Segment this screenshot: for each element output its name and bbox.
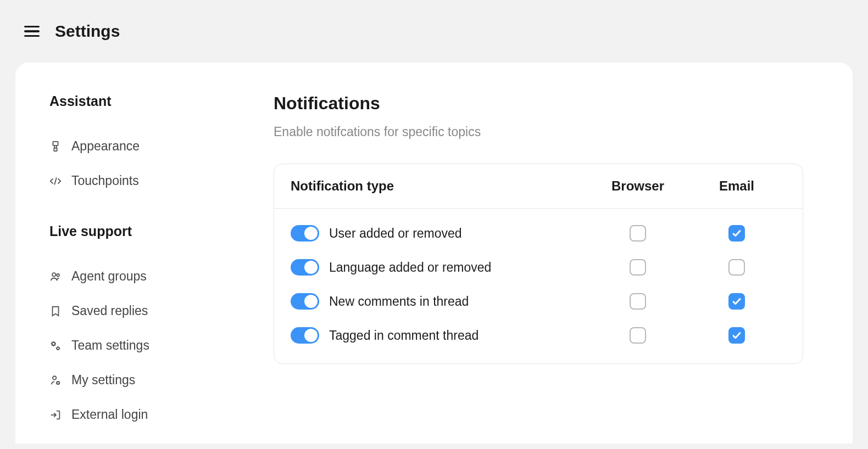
table-row-main: Tagged in comment thread	[291, 327, 588, 344]
notification-toggle[interactable]	[291, 225, 319, 242]
sidebar-item-label: Saved replies	[71, 304, 148, 318]
login-icon	[49, 409, 62, 421]
email-checkbox[interactable]	[728, 259, 745, 276]
email-checkbox[interactable]	[728, 327, 745, 344]
table-row-main: New comments in thread	[291, 293, 588, 310]
table-header: Notification type Browser Email	[274, 164, 803, 209]
content-title: Notifications	[274, 93, 803, 114]
notification-label: Language added or removed	[329, 260, 491, 275]
table-row-main: Language added or removed	[291, 259, 588, 276]
table-header-type: Notification type	[291, 178, 588, 194]
svg-point-8	[57, 381, 59, 384]
sidebar-item-label: Appearance	[71, 139, 140, 154]
notification-label: User added or removed	[329, 226, 462, 241]
svg-point-3	[52, 273, 55, 276]
sidebar-section-live-support: Live support Agent groups	[49, 223, 274, 432]
browser-column	[588, 259, 687, 276]
svg-point-7	[53, 376, 56, 379]
notification-toggle[interactable]	[291, 259, 319, 276]
paintbrush-icon	[49, 141, 62, 153]
sidebar-item-external-login[interactable]: External login	[49, 397, 274, 432]
svg-rect-1	[54, 148, 57, 151]
notification-label: Tagged in comment thread	[329, 328, 478, 343]
sidebar-section-title: Live support	[49, 223, 274, 239]
menu-icon[interactable]	[22, 24, 42, 40]
sidebar-item-appearance[interactable]: Appearance	[49, 129, 274, 164]
svg-point-6	[57, 347, 59, 350]
table-row: Tagged in comment thread	[291, 318, 786, 352]
browser-checkbox[interactable]	[630, 259, 646, 276]
browser-checkbox[interactable]	[630, 225, 646, 242]
sidebar-item-team-settings[interactable]: Team settings	[49, 328, 274, 363]
svg-line-2	[54, 177, 57, 184]
email-checkbox[interactable]	[728, 225, 745, 242]
main-card: Assistant Appearance	[15, 63, 853, 444]
sidebar-section-assistant: Assistant Appearance	[49, 93, 274, 198]
notification-toggle[interactable]	[291, 327, 319, 344]
email-column	[687, 327, 786, 344]
sidebar: Assistant Appearance	[15, 93, 274, 444]
person-gear-icon	[49, 374, 62, 386]
bookmark-icon	[49, 305, 62, 317]
table-header-email: Email	[687, 178, 786, 194]
sidebar-item-my-settings[interactable]: My settings	[49, 363, 274, 397]
browser-column	[588, 293, 687, 310]
sidebar-item-saved-replies[interactable]: Saved replies	[49, 294, 274, 328]
table-header-browser: Browser	[588, 178, 687, 194]
svg-point-4	[57, 273, 59, 276]
notification-label: New comments in thread	[329, 294, 469, 309]
gears-icon	[49, 340, 62, 352]
browser-checkbox[interactable]	[630, 293, 646, 310]
notification-toggle[interactable]	[291, 293, 319, 310]
table-row: Language added or removed	[291, 250, 786, 284]
browser-checkbox[interactable]	[630, 327, 646, 344]
email-checkbox[interactable]	[728, 293, 745, 310]
page-title: Settings	[55, 22, 120, 41]
browser-column	[588, 327, 687, 344]
code-icon	[49, 175, 62, 187]
sidebar-item-label: Agent groups	[71, 269, 147, 284]
sidebar-item-label: External login	[71, 407, 148, 422]
topbar: Settings	[0, 0, 868, 63]
table-body: User added or removedLanguage added or r…	[274, 209, 803, 363]
email-column	[687, 259, 786, 276]
svg-rect-0	[53, 141, 58, 145]
notifications-table: Notification type Browser Email User add…	[274, 164, 803, 364]
sidebar-item-agent-groups[interactable]: Agent groups	[49, 259, 274, 294]
table-row-main: User added or removed	[291, 225, 588, 242]
sidebar-item-label: My settings	[71, 373, 135, 388]
sidebar-section-title: Assistant	[49, 93, 274, 109]
sidebar-item-label: Team settings	[71, 338, 149, 353]
content: Notifications Enable notifcations for sp…	[274, 93, 853, 444]
sidebar-item-label: Touchpoints	[71, 173, 139, 188]
table-row: New comments in thread	[291, 284, 786, 318]
sidebar-item-touchpoints[interactable]: Touchpoints	[49, 164, 274, 198]
content-subtitle: Enable notifcations for specific topics	[274, 125, 803, 139]
people-icon	[49, 271, 62, 283]
email-column	[687, 293, 786, 310]
table-row: User added or removed	[291, 216, 786, 250]
browser-column	[588, 225, 687, 242]
email-column	[687, 225, 786, 242]
